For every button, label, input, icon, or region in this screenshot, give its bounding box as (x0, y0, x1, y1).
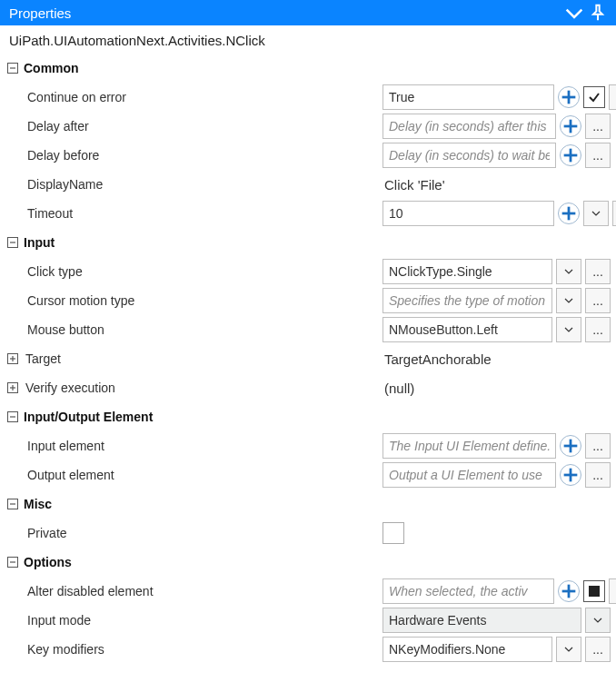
select-click-type[interactable]: NClickType.Single (383, 259, 552, 284)
section-common: Common (5, 54, 611, 83)
titlebar: Properties (0, 0, 616, 25)
expression-button[interactable] (558, 580, 580, 602)
input-continue-on-error[interactable] (383, 84, 554, 110)
label-key-modifiers: Key modifiers (5, 642, 104, 657)
label-output-element: Output element (5, 468, 114, 482)
dropdown-button[interactable] (556, 637, 581, 662)
input-delay-after[interactable] (383, 114, 556, 139)
section-label-common: Common (24, 61, 79, 75)
expand-icon[interactable] (5, 381, 20, 395)
row-click-type: Click type NClickType.Single ... (5, 257, 611, 286)
pin-icon[interactable] (589, 4, 607, 22)
row-continue-on-error: Continue on error ... (5, 83, 611, 112)
dropdown-button[interactable] (556, 317, 581, 342)
row-delay-after: Delay after ... (5, 112, 611, 141)
row-display-name: DisplayName Click 'File' (5, 170, 611, 199)
section-label-io-element: Input/Output Element (24, 410, 153, 424)
row-delay-before: Delay before ... (5, 141, 611, 170)
section-misc: Misc (5, 489, 611, 519)
ellipsis-button[interactable]: ... (585, 114, 611, 139)
label-input-element: Input element (5, 439, 104, 453)
ellipsis-button[interactable]: ... (585, 433, 611, 459)
collapse-icon[interactable] (565, 4, 583, 22)
label-alter-disabled: Alter disabled element (5, 584, 154, 598)
row-target: Target TargetAnchorable (5, 344, 611, 373)
collapse-icon[interactable] (5, 497, 20, 511)
label-cursor-motion: Cursor motion type (5, 293, 134, 308)
row-alter-disabled: Alter disabled element ... (5, 577, 611, 606)
dropdown-button[interactable] (556, 259, 581, 284)
select-key-modifiers[interactable]: NKeyModifiers.None (383, 637, 552, 662)
row-output-element: Output element ... (5, 460, 611, 489)
input-delay-before[interactable] (383, 143, 556, 168)
activity-fullname: UiPath.UIAutomationNext.Activities.NClic… (0, 25, 616, 54)
label-timeout: Timeout (5, 206, 73, 221)
input-output-element[interactable] (383, 462, 556, 488)
row-private: Private (5, 519, 611, 548)
dropdown-button[interactable] (583, 201, 609, 226)
ellipsis-button[interactable]: ... (609, 84, 616, 110)
label-continue-on-error: Continue on error (5, 90, 126, 104)
collapse-icon[interactable] (5, 235, 20, 250)
ellipsis-button[interactable]: ... (612, 201, 616, 226)
properties-content: Common Continue on error ... Delay after… (0, 54, 616, 669)
expression-button[interactable] (560, 115, 581, 137)
section-label-misc: Misc (24, 497, 52, 511)
expression-button[interactable] (558, 203, 580, 224)
collapse-icon[interactable] (5, 555, 20, 569)
row-verify-execution: Verify execution (null) (5, 373, 611, 402)
label-private: Private (5, 526, 67, 540)
ellipsis-button[interactable]: ... (585, 317, 611, 342)
row-timeout: Timeout ... (5, 199, 611, 228)
ellipsis-button[interactable]: ... (609, 578, 616, 604)
section-options: Options (5, 548, 611, 577)
section-input: Input (5, 228, 611, 257)
checkbox-continue-on-error[interactable] (583, 86, 605, 108)
expression-button[interactable] (560, 464, 581, 486)
label-mouse-button: Mouse button (5, 322, 104, 337)
row-key-modifiers: Key modifiers NKeyModifiers.None ... (5, 635, 611, 664)
panel-title: Properties (9, 5, 560, 21)
label-delay-after: Delay after (5, 119, 89, 133)
expression-button[interactable] (560, 144, 581, 166)
value-display-name[interactable]: Click 'File' (383, 173, 447, 196)
select-mouse-button[interactable]: NMouseButton.Left (383, 317, 552, 342)
ellipsis-button[interactable]: ... (585, 288, 611, 313)
expand-icon[interactable] (5, 351, 20, 366)
ellipsis-button[interactable]: ... (585, 259, 611, 284)
checkbox-alter-disabled[interactable] (583, 580, 605, 602)
section-io-element: Input/Output Element (5, 402, 611, 431)
expression-button[interactable] (560, 435, 581, 457)
input-alter-disabled[interactable] (383, 578, 554, 604)
ellipsis-button[interactable]: ... (585, 637, 611, 662)
input-input-element[interactable] (383, 433, 556, 459)
label-input-mode: Input mode (5, 613, 91, 628)
row-cursor-motion: Cursor motion type Specifies the type of… (5, 286, 611, 315)
label-verify-execution: Verify execution (25, 381, 115, 395)
dropdown-button[interactable] (585, 608, 611, 633)
row-input-element: Input element ... (5, 431, 611, 460)
row-mouse-button: Mouse button NMouseButton.Left ... (5, 315, 611, 344)
checkbox-private[interactable] (383, 522, 404, 544)
select-input-mode[interactable]: Hardware Events (383, 608, 581, 633)
expression-button[interactable] (558, 86, 580, 108)
collapse-icon[interactable] (5, 61, 20, 75)
label-delay-before: Delay before (5, 148, 99, 163)
section-label-options: Options (24, 555, 72, 569)
label-click-type: Click type (5, 264, 83, 279)
ellipsis-button[interactable]: ... (585, 462, 611, 488)
row-input-mode: Input mode Hardware Events (5, 606, 611, 635)
value-target: TargetAnchorable (383, 348, 493, 371)
select-cursor-motion[interactable]: Specifies the type of motion (383, 288, 552, 313)
value-verify-execution: (null) (383, 377, 416, 400)
label-target: Target (25, 351, 61, 366)
section-label-input: Input (24, 235, 55, 250)
label-display-name: DisplayName (5, 177, 103, 192)
collapse-icon[interactable] (5, 410, 20, 424)
dropdown-button[interactable] (556, 288, 581, 313)
input-timeout[interactable] (383, 201, 554, 226)
ellipsis-button[interactable]: ... (585, 143, 611, 168)
